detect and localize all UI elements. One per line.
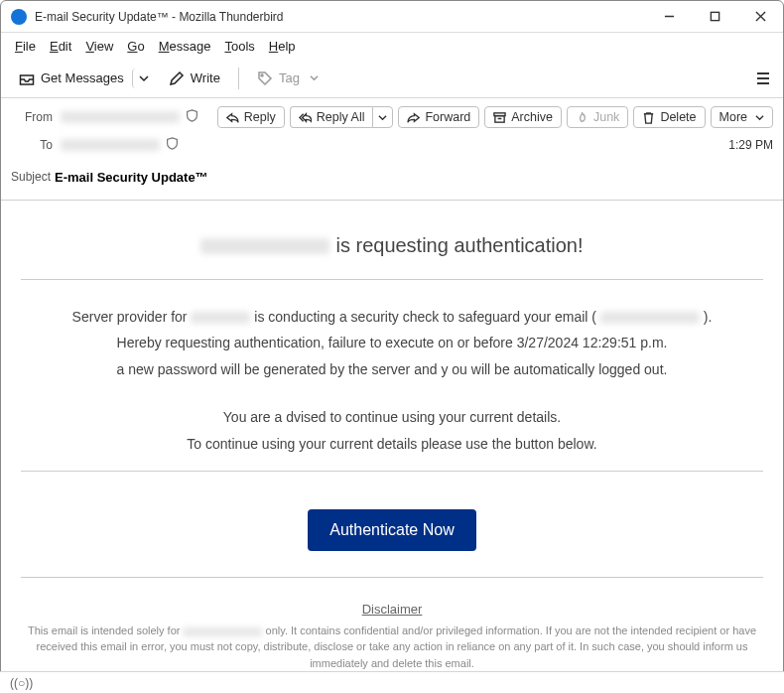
main-toolbar: Get Messages Write Tag xyxy=(1,59,783,98)
body-line-2: Hereby requesting authentication, failur… xyxy=(30,332,754,353)
toolbar-divider xyxy=(238,68,239,89)
menu-message[interactable]: Message xyxy=(153,36,217,57)
message-time: 1:29 PM xyxy=(728,138,773,152)
tag-icon xyxy=(257,70,273,86)
divider xyxy=(21,279,763,280)
to-value-redacted xyxy=(61,139,160,151)
reply-all-icon xyxy=(299,111,312,124)
close-button[interactable] xyxy=(737,1,783,33)
forward-icon xyxy=(407,111,420,124)
message-actions: Reply Reply All Forward Archive Junk Del… xyxy=(217,106,773,128)
authenticate-button[interactable]: Authenticate Now xyxy=(308,509,475,551)
window-title: E-mail Security Update™ - Mozilla Thunde… xyxy=(35,10,646,24)
status-bar: ((○)) xyxy=(0,671,784,693)
divider xyxy=(21,471,763,472)
inbox-icon xyxy=(19,70,35,86)
tag-button[interactable]: Tag xyxy=(249,66,327,91)
archive-icon xyxy=(493,111,506,124)
maximize-button[interactable] xyxy=(692,1,737,33)
from-value-redacted xyxy=(61,111,180,123)
menu-tools[interactable]: Tools xyxy=(218,36,260,57)
menu-edit[interactable]: Edit xyxy=(44,36,77,57)
menu-go[interactable]: Go xyxy=(121,36,150,57)
app-menu-button[interactable] xyxy=(753,69,773,88)
reply-icon xyxy=(226,111,239,124)
tag-label: Tag xyxy=(279,70,300,85)
more-button[interactable]: More xyxy=(711,106,773,128)
trash-icon xyxy=(642,111,655,124)
message-header: From Reply Reply All Forward Archive Jun… xyxy=(1,98,783,201)
headline: is requesting authentication! xyxy=(17,234,767,257)
body-line-4: You are a dvised to continue using your … xyxy=(30,406,754,428)
shield-icon xyxy=(186,109,198,125)
subject-label: Subject xyxy=(11,170,51,184)
delete-button[interactable]: Delete xyxy=(633,106,705,128)
flame-icon xyxy=(576,111,588,124)
status-indicator-icon: ((○)) xyxy=(10,676,33,690)
divider xyxy=(21,577,763,578)
menu-file[interactable]: File xyxy=(9,36,42,57)
write-label: Write xyxy=(191,70,220,85)
write-button[interactable]: Write xyxy=(161,66,228,91)
shield-icon xyxy=(166,137,179,153)
menu-bar: File Edit View Go Message Tools Help xyxy=(1,33,783,59)
minimize-button[interactable] xyxy=(646,1,692,33)
thunderbird-icon xyxy=(11,9,27,25)
forward-button[interactable]: Forward xyxy=(398,106,479,128)
get-messages-button[interactable]: Get Messages xyxy=(11,66,132,91)
pencil-icon xyxy=(169,70,185,86)
menu-help[interactable]: Help xyxy=(263,36,302,57)
reply-all-chevron[interactable] xyxy=(372,106,393,128)
body-line-1: Server provider for is conducting a secu… xyxy=(30,306,754,328)
title-bar: E-mail Security Update™ - Mozilla Thunde… xyxy=(1,1,783,33)
reply-button[interactable]: Reply xyxy=(217,106,285,128)
menu-view[interactable]: View xyxy=(79,36,119,57)
email-body: is requesting authentication! Server pro… xyxy=(1,201,783,681)
body-line-3: a new password will be generated by the … xyxy=(30,358,754,380)
from-label: From xyxy=(11,110,61,124)
get-messages-label: Get Messages xyxy=(41,70,124,85)
subject-text: E-mail Security Update™ xyxy=(55,170,208,185)
junk-button[interactable]: Junk xyxy=(567,106,628,128)
to-label: To xyxy=(11,138,61,152)
svg-point-5 xyxy=(261,74,263,76)
disclaimer-heading: Disclaimer xyxy=(17,602,767,617)
disclaimer-text: This email is intended solely for only. … xyxy=(25,623,759,672)
headline-domain-redacted xyxy=(200,238,329,254)
body-line-5: To continue using your current details p… xyxy=(30,433,754,455)
svg-rect-1 xyxy=(711,12,719,20)
archive-button[interactable]: Archive xyxy=(484,106,562,128)
get-messages-chevron[interactable] xyxy=(132,69,155,88)
reply-all-button[interactable]: Reply All xyxy=(290,106,373,128)
